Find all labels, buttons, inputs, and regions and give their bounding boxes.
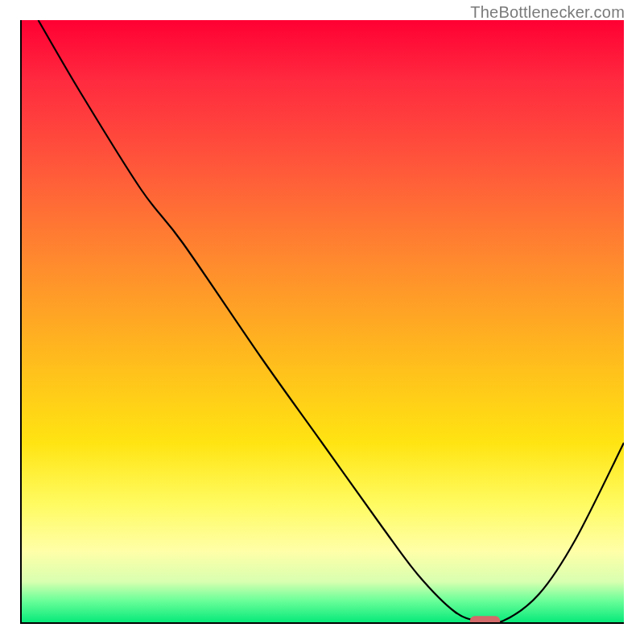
watermark-text: TheBottlenecker.com [470,3,625,22]
chart-plot-area [20,20,624,624]
optimal-marker [470,616,501,624]
chart-curve [39,20,625,623]
bottleneck-chart: TheBottlenecker.com [0,0,644,644]
